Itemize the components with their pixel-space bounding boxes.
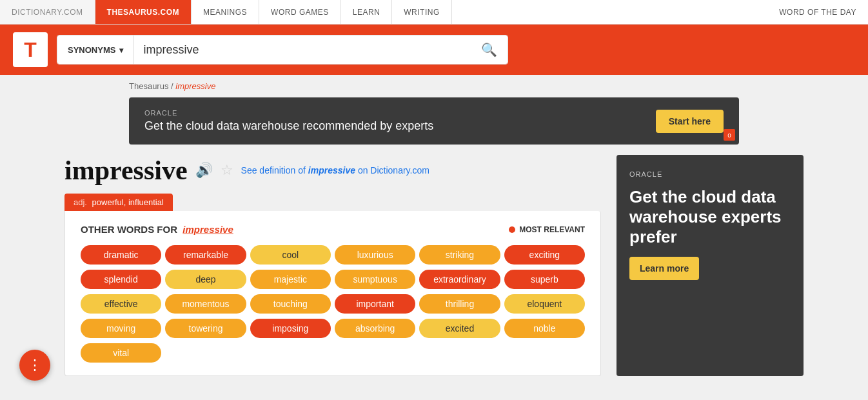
synonym-chip[interactable]: splendid [81, 270, 161, 289]
ad-banner: ORACLE Get the cloud data warehouse reco… [129, 97, 739, 145]
synonym-chip[interactable]: exciting [504, 245, 585, 265]
synonym-chip[interactable]: striking [419, 245, 500, 265]
search-type-label: SYNONYMS [68, 45, 115, 55]
synonyms-card: OTHER WORDS FOR impressive MOST RELEVANT… [64, 211, 601, 376]
synonym-chip[interactable]: thrilling [419, 294, 500, 314]
chips-grid: dramaticremarkablecoolluxuriousstrikinge… [81, 245, 585, 363]
sidebar-ad-button[interactable]: Learn more [629, 257, 699, 280]
breadcrumb-current: impressive [175, 81, 215, 91]
star-icon[interactable]: ☆ [221, 162, 233, 179]
synonym-chip[interactable]: vital [81, 343, 161, 363]
main-content: impressive 🔊 ☆ See definition of impress… [0, 155, 868, 376]
synonym-chip[interactable]: towering [165, 319, 246, 338]
nav-thesaurus[interactable]: THESAURUS.COM [95, 0, 192, 24]
ad-close-button[interactable]: o [724, 129, 735, 141]
synonym-chip[interactable]: effective [81, 294, 161, 314]
dictionary-link[interactable]: See definition of impressive on Dictiona… [241, 165, 429, 175]
word-heading: impressive 🔊 ☆ See definition of impress… [64, 155, 601, 186]
floating-menu-button[interactable]: ⋮ [19, 350, 50, 376]
search-type-button[interactable]: SYNONYMS [57, 35, 134, 64]
synonym-chip[interactable]: remarkable [165, 245, 246, 265]
card-header: OTHER WORDS FOR impressive MOST RELEVANT [81, 224, 585, 235]
search-input[interactable] [134, 35, 471, 64]
search-icon: 🔍 [481, 42, 497, 57]
synonym-chip[interactable]: imposing [250, 319, 331, 338]
other-words-word: impressive [182, 224, 233, 235]
word-title: impressive [64, 155, 188, 186]
synonym-chip[interactable]: important [335, 294, 415, 314]
synonym-chip[interactable]: cool [250, 245, 331, 265]
sidebar-oracle-label: ORACLE [629, 170, 791, 178]
dictionary-link-word: impressive [308, 165, 355, 175]
pos-definition: powerful, influential [92, 197, 164, 207]
nav-writing[interactable]: WRITING [392, 0, 452, 24]
synonym-chip[interactable]: excited [419, 319, 500, 338]
synonym-chip[interactable]: sumptuous [335, 270, 415, 289]
most-relevant-label: MOST RELEVANT [509, 225, 585, 234]
synonym-chip[interactable]: absorbing [335, 319, 415, 338]
top-navigation: DICTIONARY.COM THESAURUS.COM MEANINGS WO… [0, 0, 868, 25]
synonym-chip[interactable]: touching [250, 294, 331, 314]
synonym-chip[interactable]: superb [504, 270, 585, 289]
pos-tab[interactable]: adj. powerful, influential [64, 194, 173, 211]
other-words-label: OTHER WORDS FOR impressive [81, 224, 233, 235]
synonym-chip[interactable]: deep [165, 270, 246, 289]
site-logo: T [13, 32, 48, 67]
ad-banner-text: Get the cloud data warehouse recommended… [144, 119, 433, 133]
synonym-chip[interactable]: noble [504, 319, 585, 338]
synonym-chip[interactable]: luxurious [335, 245, 415, 265]
ad-start-button[interactable]: Start here [656, 110, 724, 133]
search-bar: SYNONYMS 🔍 [57, 35, 508, 65]
ad-oracle-label: ORACLE [144, 109, 433, 117]
audio-icon[interactable]: 🔊 [195, 162, 213, 179]
chevron-down-icon [119, 45, 123, 55]
left-content: impressive 🔊 ☆ See definition of impress… [64, 155, 601, 376]
pos-label: adj. [74, 197, 87, 207]
search-button[interactable]: 🔍 [471, 35, 508, 64]
sidebar-ad: ORACLE Get the cloud data warehouse expe… [616, 155, 804, 376]
nav-learn[interactable]: LEARN [341, 0, 393, 24]
ad-banner-left: ORACLE Get the cloud data warehouse reco… [144, 109, 433, 133]
synonym-chip[interactable]: eloquent [504, 294, 585, 314]
synonym-chip[interactable]: extraordinary [419, 270, 500, 289]
synonym-chip[interactable]: momentous [165, 294, 246, 314]
synonym-chip[interactable]: dramatic [81, 245, 161, 265]
nav-word-of-day[interactable]: WORD OF THE DAY [767, 8, 868, 17]
breadcrumb: Thesaurus / impressive [0, 75, 868, 97]
breadcrumb-root-link[interactable]: Thesaurus [129, 81, 168, 91]
nav-word-games[interactable]: WORD GAMES [259, 0, 341, 24]
synonym-chip[interactable]: majestic [250, 270, 331, 289]
relevance-dot [509, 226, 515, 233]
synonym-chip[interactable]: moving [81, 319, 161, 338]
nav-dictionary[interactable]: DICTIONARY.COM [0, 0, 95, 24]
sidebar-ad-text: Get the cloud data warehouse experts pre… [629, 187, 791, 248]
site-header: T SYNONYMS 🔍 [0, 25, 868, 75]
nav-meanings[interactable]: MEANINGS [192, 0, 259, 24]
